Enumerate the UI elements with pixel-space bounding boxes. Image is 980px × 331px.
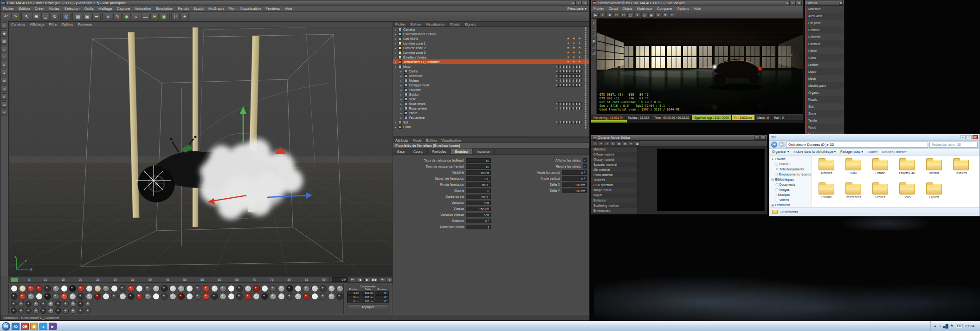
timeline-tick[interactable]: 30	[114, 277, 117, 283]
viewport-menu-item[interactable]: Options	[59, 22, 76, 27]
livedb-category[interactable]: Leather	[806, 61, 844, 68]
texture-tags[interactable]	[556, 65, 582, 68]
material-swatch[interactable]	[295, 293, 302, 300]
menu-item[interactable]: Capture	[115, 6, 132, 11]
material-swatch[interactable]	[278, 293, 285, 300]
material-swatch[interactable]	[94, 293, 101, 300]
add-deformer-icon[interactable]: ▲	[132, 13, 140, 20]
attribute-value-field[interactable]: 10	[466, 164, 491, 169]
object-row[interactable]: TurbulenceFD_Container	[393, 59, 589, 64]
material-swatch[interactable]	[270, 293, 277, 300]
visibility-dots[interactable]	[585, 27, 587, 32]
am-tab[interactable]: Base	[393, 149, 409, 154]
material-swatch[interactable]	[178, 285, 185, 292]
separator[interactable]	[169, 13, 170, 20]
visibility-dots[interactable]	[585, 36, 587, 41]
redo-icon[interactable]: ↷	[11, 13, 19, 20]
material-swatch[interactable]	[55, 301, 61, 307]
object-row[interactable]: Roue avant	[393, 101, 589, 106]
expand-icon[interactable]	[400, 116, 404, 119]
texture-tags[interactable]	[556, 121, 582, 124]
menu-item[interactable]: Animation	[132, 6, 154, 11]
render-view-icon[interactable]: ▦	[74, 13, 82, 20]
expand-icon[interactable]	[395, 65, 399, 68]
menu-item[interactable]: Sculpt	[191, 6, 206, 11]
livedb-category[interactable]: Metal	[806, 75, 844, 82]
material-swatch[interactable]	[261, 285, 268, 292]
object-row[interactable]: Lumière zone 2	[393, 45, 589, 50]
material-swatch[interactable]	[219, 285, 226, 292]
menu-item[interactable]: Objets	[620, 6, 635, 11]
keyframe-markers[interactable]	[567, 46, 582, 50]
object-row[interactable]: Lumière zone 3	[393, 50, 589, 55]
object-row[interactable]: Réservoir	[393, 73, 589, 78]
rotation-p-field[interactable]: 0 °	[375, 295, 389, 299]
material-swatch[interactable]	[33, 301, 39, 307]
material-swatch[interactable]	[245, 285, 251, 292]
zoom-in-icon[interactable]: ⊕	[617, 141, 622, 146]
material-swatch[interactable]	[11, 301, 17, 307]
material-swatch[interactable]	[128, 293, 135, 300]
material-swatch[interactable]	[261, 293, 268, 300]
attribute-value-field[interactable]: 0 %	[466, 201, 491, 205]
object-row[interactable]: Fourche	[393, 87, 589, 92]
visibility-dots[interactable]	[585, 97, 587, 101]
attribute-field[interactable]: Graine 0	[396, 188, 491, 194]
expand-icon[interactable]	[400, 70, 404, 73]
am-tab[interactable]: Inclusion	[473, 149, 495, 154]
node-type-item[interactable]: Textures	[591, 177, 637, 182]
menu-item[interactable]: Aide	[691, 6, 703, 11]
livedb-category[interactable]: Wood	[806, 124, 844, 131]
rotation-h-field[interactable]: 0 °	[375, 291, 389, 295]
add-generator-icon[interactable]: ◆	[122, 13, 131, 20]
timeline-tick[interactable]: 5	[28, 277, 30, 283]
model-mode-icon[interactable]: ◆	[1, 30, 7, 37]
minimize-button[interactable]: –	[571, 1, 576, 5]
material-swatch[interactable]	[63, 308, 69, 314]
folder-tile[interactable]: HDRI	[840, 157, 867, 182]
material-swatch[interactable]	[320, 293, 327, 300]
expand-icon[interactable]	[395, 125, 399, 129]
timeline-tick[interactable]: 50	[183, 277, 187, 283]
command-bar-item[interactable]: Inclure dans la bibliothèque ▾	[793, 150, 836, 154]
om-menu-item[interactable]: Objets	[447, 22, 462, 26]
close-button[interactable]: ×	[761, 136, 766, 140]
nav-item[interactable]: ↺Emplacements récents	[769, 172, 812, 177]
material-swatch[interactable]	[144, 285, 151, 292]
node-type-item[interactable]: Falloff	[591, 193, 637, 198]
scale-icon[interactable]: ◱	[41, 13, 50, 20]
material-swatch[interactable]	[86, 285, 93, 292]
object-row[interactable]: Environnement Octane	[393, 32, 589, 36]
menu-item[interactable]: Édition	[16, 6, 32, 11]
menu-item[interactable]: Outils	[82, 6, 96, 11]
menu-item[interactable]: Film	[226, 6, 238, 11]
material-swatch[interactable]	[286, 285, 293, 292]
expand-icon[interactable]	[400, 111, 404, 115]
timeline-ruler[interactable]: 051015202530354045505560657075808590	[8, 276, 330, 283]
material-swatch[interactable]	[77, 285, 84, 292]
attribute-field[interactable]: Durée de vie 600 F	[396, 194, 491, 200]
material-swatch[interactable]	[153, 293, 160, 300]
attribute-field[interactable]: Angle vertical 0 °	[494, 175, 587, 182]
attribute-value-field[interactable]: 10	[466, 158, 491, 163]
attribute-field[interactable]: Angle horizontal 0 °	[494, 169, 587, 175]
material-swatch[interactable]	[328, 285, 335, 292]
timeline-tick[interactable]: 70	[253, 277, 256, 283]
enable-axis-icon[interactable]: ⊕	[1, 78, 7, 84]
folder-tile[interactable]: Références	[840, 182, 867, 206]
livedb-category[interactable]: Textile	[806, 117, 844, 124]
menu-item[interactable]: Créer	[32, 6, 46, 11]
material-swatch[interactable]	[119, 285, 126, 292]
position-y-field[interactable]: 0 cm	[347, 295, 361, 299]
object-row[interactable]: Phare	[393, 110, 589, 115]
node-type-item[interactable]: Glossy material	[591, 157, 637, 162]
menu-item[interactable]: Fichier	[591, 6, 606, 11]
expand-icon[interactable]	[395, 37, 399, 40]
pick-focus-icon[interactable]: +	[592, 26, 596, 31]
attribute-checkbox-row[interactable]: Afficher les objets ✓	[494, 157, 587, 163]
material-swatch[interactable]	[18, 301, 24, 307]
material-swatch[interactable]	[336, 285, 343, 292]
add-node-icon[interactable]: +	[599, 141, 604, 146]
visibility-dots[interactable]	[585, 59, 587, 64]
expand-icon[interactable]	[395, 28, 399, 31]
